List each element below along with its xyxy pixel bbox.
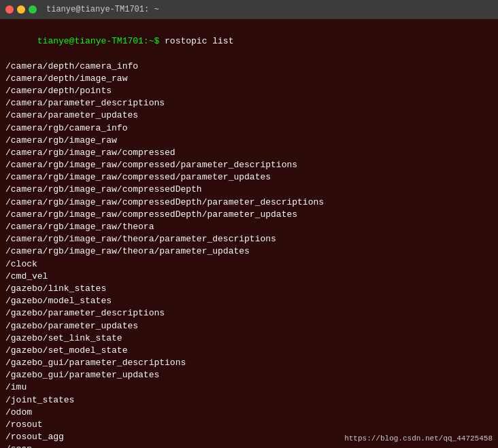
terminal-output-line: /camera/rgb/image_raw/compressedDepth <box>5 184 493 196</box>
terminal-output-line: /gazebo/parameter_descriptions <box>5 307 493 320</box>
terminal-output-line: /camera/rgb/image_raw/compressed/paramet… <box>5 171 493 184</box>
terminal-output-line: /clock <box>5 258 493 271</box>
terminal-output-line: /gazebo/set_link_state <box>5 332 493 345</box>
terminal-output-line: /camera/rgb/image_raw/theora/parameter_d… <box>5 233 493 245</box>
terminal-output-line: /cmd_vel <box>5 271 493 283</box>
terminal-body[interactable]: tianye@tianye-TM1701:~$ rostopic list /c… <box>0 19 498 448</box>
terminal-output-line: /gazebo_gui/parameter_updates <box>5 369 493 381</box>
terminal-output-line: /gazebo/link_states <box>5 283 493 295</box>
terminal-output-line: /gazebo/set_model_state <box>5 345 493 357</box>
terminal-output-line: /camera/depth/camera_info <box>5 61 493 73</box>
terminal-output-line: /odom <box>5 407 493 419</box>
terminal-output-line: /camera/rgb/image_raw <box>5 135 493 147</box>
terminal-output-line: /camera/rgb/image_raw/theora/parameter_u… <box>5 245 493 258</box>
terminal-output-line: /gazebo/parameter_updates <box>5 320 493 332</box>
terminal-output-line: /gazebo/model_states <box>5 295 493 307</box>
terminal-output-line: /gazebo_gui/parameter_descriptions <box>5 357 493 369</box>
prompt-line: tianye@tianye-TM1701:~$ rostopic list <box>5 23 493 61</box>
terminal-output-line: /camera/rgb/image_raw/compressedDepth/pa… <box>5 209 493 221</box>
close-button[interactable] <box>5 5 14 14</box>
window-controls <box>5 5 37 14</box>
terminal-output-line: /joint_states <box>5 394 493 407</box>
terminal-output-line: /camera/rgb/camera_info <box>5 122 493 135</box>
terminal-output-line: /camera/rgb/image_raw/compressed/paramet… <box>5 159 493 171</box>
terminal-output-line: /rosout <box>5 419 493 431</box>
terminal-output-line: /camera/depth/image_raw <box>5 73 493 85</box>
prompt-user: tianye@tianye-TM1701:~$ <box>37 36 159 46</box>
terminal-window: tianye@tianye-TM1701: ~ tianye@tianye-TM… <box>0 0 498 448</box>
terminal-output-line: /camera/rgb/image_raw/theora <box>5 221 493 233</box>
title-bar: tianye@tianye-TM1701: ~ <box>0 0 498 19</box>
output-lines: /camera/depth/camera_info/camera/depth/i… <box>5 61 493 448</box>
maximize-button[interactable] <box>29 5 37 14</box>
terminal-output-line: /scan <box>5 443 493 448</box>
terminal-output-line: /camera/depth/points <box>5 85 493 97</box>
terminal-output-line: /camera/parameter_descriptions <box>5 97 493 109</box>
terminal-output-line: /imu <box>5 381 493 394</box>
terminal-output-line: /camera/rgb/image_raw/compressed <box>5 147 493 159</box>
terminal-output-line: /camera/parameter_updates <box>5 109 493 122</box>
watermark: https://blog.csdn.net/qq_44725458 <box>344 434 493 443</box>
minimize-button[interactable] <box>17 5 25 14</box>
terminal-output-line: /camera/rgb/image_raw/compressedDepth/pa… <box>5 196 493 209</box>
prompt-cmd: rostopic list <box>159 36 233 46</box>
window-title: tianye@tianye-TM1701: ~ <box>46 5 159 14</box>
